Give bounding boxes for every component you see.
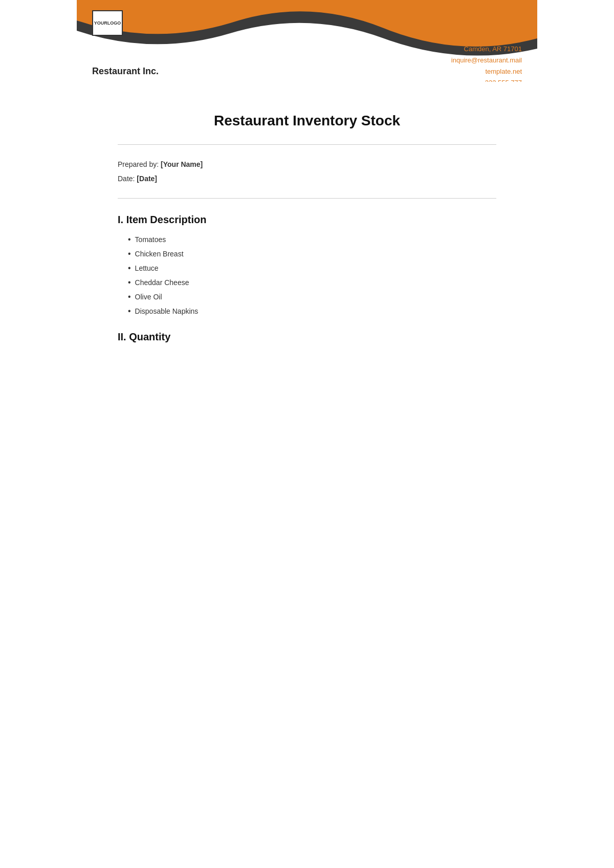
divider-top: [118, 144, 496, 145]
section-item-description: I. Item Description TomatoesChicken Brea…: [118, 214, 496, 316]
page-header: YOUR LOGO Restaurant Inc. Camden, AR 717…: [77, 0, 537, 82]
logo: YOUR LOGO: [92, 10, 123, 36]
list-item: Olive Oil: [128, 292, 496, 301]
section-item-description-heading: I. Item Description: [118, 214, 496, 226]
contact-address: Camden, AR 71701: [451, 44, 522, 55]
list-item: Tomatoes: [128, 235, 496, 244]
company-name: Restaurant Inc.: [92, 66, 159, 77]
date-value: [Date]: [137, 175, 157, 183]
page-title: Restaurant Inventory Stock: [118, 113, 496, 129]
list-item: Disposable Napkins: [128, 307, 496, 316]
divider-bottom: [118, 198, 496, 199]
contact-info: Camden, AR 71701 inquire@restaurant.mail…: [451, 44, 522, 82]
item-list: TomatoesChicken BreastLettuceCheddar Che…: [128, 235, 496, 316]
section-quantity-heading: II. Quantity: [118, 331, 496, 343]
list-item: Cheddar Cheese: [128, 278, 496, 287]
list-item: Chicken Breast: [128, 249, 496, 258]
date-line: Date: [Date]: [118, 175, 496, 183]
prepared-by-value: [Your Name]: [161, 160, 203, 168]
prepared-by-label: Prepared by:: [118, 160, 159, 168]
list-item: Lettuce: [128, 264, 496, 273]
prepared-by-line: Prepared by: [Your Name]: [118, 160, 496, 168]
contact-website: template.net: [451, 66, 522, 77]
date-label: Date:: [118, 175, 135, 183]
section-quantity: II. Quantity: [118, 331, 496, 343]
contact-email: inquire@restaurant.mail: [451, 55, 522, 66]
contact-phone: 222 555 777: [451, 77, 522, 82]
meta-section: Prepared by: [Your Name] Date: [Date]: [118, 160, 496, 183]
main-content: Restaurant Inventory Stock Prepared by: …: [77, 82, 537, 383]
